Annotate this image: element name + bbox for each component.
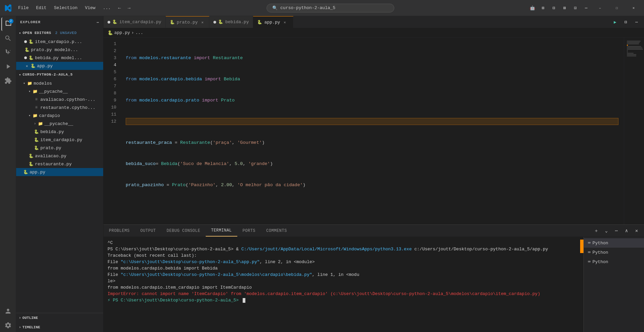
sidebar-icon[interactable]: ⊡ (571, 3, 580, 13)
tab-bebida[interactable]: 🐍 bebida.py (209, 16, 253, 28)
panel-tab-comments[interactable]: COMMENTS (261, 225, 292, 237)
nav-back[interactable]: ← (115, 4, 123, 12)
main-layout: 2 EXPLORER ⋯ ▾ OPEN ED (0, 16, 644, 332)
split-terminal-button[interactable]: ⌄ (602, 226, 611, 236)
code-content[interactable]: from modelos.restaurante import Restaura… (120, 38, 624, 224)
chevron-down-icon: ▾ (22, 81, 27, 86)
unsaved-indicator (108, 21, 110, 24)
menu-edit[interactable]: Edit (33, 4, 50, 12)
tab-item-cardapio[interactable]: 🐍 item_cardapio.py (104, 16, 166, 28)
open-editor-item-cardapio[interactable]: 🐍 item_cardapio.p... (16, 38, 103, 46)
open-editors-header[interactable]: ▾ OPEN EDITORS 2 unsaved (16, 28, 103, 38)
more-panel-button[interactable]: ⋯ (612, 226, 621, 236)
sidebar: EXPLORER ⋯ ▾ OPEN EDITORS 2 unsaved 🐍 it… (16, 16, 104, 332)
panel-tab-ports[interactable]: PORTS (237, 225, 261, 237)
tab-close-button[interactable]: ✕ (282, 19, 287, 25)
unsaved-dot (24, 40, 27, 43)
tab-app[interactable]: 🐍 app.py ✕ (253, 16, 293, 28)
open-editor-label: item_cardapio.p... (35, 39, 82, 44)
activity-source-control[interactable] (1, 46, 15, 59)
file-avaliacao-cpython[interactable]: ≡ avaliacao.cpython-... (16, 95, 103, 103)
py-file-icon: 🐍 (30, 63, 36, 69)
project-header[interactable]: ▾ CURSO-PYTHON-2-AULA_5 (16, 70, 103, 79)
code-line-5: restaurante_praca = Restaurante('praça',… (126, 139, 618, 146)
py-file-icon: 🐍 (28, 161, 34, 167)
tab-close-button[interactable]: ✕ (200, 19, 205, 25)
copilot-icon[interactable]: 🤖 (528, 3, 537, 13)
menu-file[interactable]: File (15, 4, 32, 12)
add-terminal-button[interactable]: ＋ (592, 226, 601, 236)
terminal-instance-2[interactable]: ⌨ Python (584, 248, 644, 257)
activity-explorer[interactable]: 2 (1, 17, 15, 31)
menu-selection[interactable]: Selection (50, 4, 81, 12)
scrollbar-thumb[interactable] (580, 240, 583, 253)
activity-account[interactable] (1, 304, 15, 318)
py-file-icon: 🐍 (23, 169, 28, 175)
file-app[interactable]: 🐍 app.py (16, 168, 103, 176)
open-editor-label: app.py (37, 64, 53, 69)
panel-tab-terminal[interactable]: TERMINAL (206, 225, 237, 237)
py-file-icon: 🐍 (24, 47, 30, 52)
breadcrumb-rest[interactable]: ... (135, 30, 143, 35)
term-line-prompt: ⚡ PS C:\Users\joutt\Desktop\curso-python… (108, 297, 579, 303)
file-restaurante-cpython[interactable]: ≡ restaurante.cpytho... (16, 103, 103, 112)
folder-pycache-cardapio[interactable]: › 📁 __pycache__ (16, 120, 103, 128)
open-editor-bebida[interactable]: 🐍 bebida.py model... (16, 54, 103, 62)
sidebar-more[interactable]: ⋯ (96, 20, 99, 25)
file-icon: ≡ (34, 105, 39, 110)
code-editor[interactable]: 1 2 3 4 5 6 7 8 9 10 11 12 from modelos.… (104, 38, 644, 224)
code-line-8 (126, 203, 618, 210)
line-number-11: 11 (104, 111, 116, 118)
file-avaliacao[interactable]: 🐍 avaliacao.py (16, 152, 103, 160)
activity-extensions[interactable] (1, 74, 15, 87)
run-button[interactable]: ▶ (610, 17, 620, 27)
file-bebida[interactable]: 🐍 bebida.py (16, 128, 103, 136)
menu-more[interactable]: ... (99, 4, 114, 12)
menu-view[interactable]: View (82, 4, 99, 12)
split-editor-button[interactable]: ⊟ (621, 17, 631, 27)
timeline-section[interactable]: › TIMELINE (16, 323, 103, 332)
file-icon: ≡ (34, 97, 39, 102)
search-box[interactable]: 🔍 curso-python-2-aula_5 (267, 4, 394, 12)
code-line-4 (126, 118, 618, 125)
folder-modelos[interactable]: ▾ 📁 modelos (16, 79, 103, 87)
open-editors-label: OPEN EDITORS (23, 31, 51, 35)
tab-label: app.py (264, 20, 280, 25)
panel-tab-problems[interactable]: PROBLEMS (104, 225, 135, 237)
activity-run[interactable] (1, 60, 15, 73)
panel-close-button[interactable]: ✕ (632, 226, 641, 236)
panel-tab-debug-console[interactable]: DEBUG CONSOLE (161, 225, 206, 237)
folder-cardapio[interactable]: ▾ 📁 cardapio (16, 112, 103, 120)
tab-prato[interactable]: 🐍 prato.py ✕ (166, 16, 209, 28)
outline-section[interactable]: › OUTLINE (16, 313, 103, 323)
folder-pycache-modelos[interactable]: ▾ 📁 __pycache__ (16, 87, 103, 95)
close-icon[interactable]: ✕ (24, 63, 30, 69)
close-button[interactable]: ✕ (626, 3, 641, 13)
file-item-cardapio[interactable]: 🐍 item_cardapio.py (16, 136, 103, 144)
more-icon[interactable]: ⋯ (581, 3, 591, 13)
scrollbar-track[interactable] (580, 237, 583, 332)
term-line-traceback: Traceback (most recent call last): (108, 252, 579, 259)
sidebar-header: EXPLORER ⋯ (16, 16, 103, 28)
open-editor-app[interactable]: ✕ 🐍 app.py (16, 62, 103, 70)
file-prato[interactable]: 🐍 prato.py (16, 144, 103, 152)
activity-settings[interactable] (1, 319, 15, 332)
panel-tab-output[interactable]: OUTPUT (135, 225, 161, 237)
terminal-instance-3[interactable]: ⌨ Python (584, 257, 644, 266)
minimize-button[interactable]: – (592, 3, 608, 13)
layout-icon[interactable]: ⊞ (538, 3, 548, 13)
open-editor-prato[interactable]: 🐍 prato.py modelo... (16, 46, 103, 54)
maximize-button[interactable]: ☐ (609, 3, 625, 13)
file-restaurante[interactable]: 🐍 restaurante.py (16, 160, 103, 168)
more-actions-button[interactable]: ⋯ (632, 17, 641, 27)
breadcrumb-file[interactable]: app.py (114, 30, 130, 35)
terminal-content[interactable]: ^C PS C:\Users\joutt\Desktop\curso-pytho… (104, 237, 583, 332)
nav-forward[interactable]: → (125, 4, 133, 12)
activity-search[interactable] (1, 32, 15, 45)
file-label: avaliacao.cpython-... (40, 97, 95, 102)
split-icon[interactable]: ⊟ (549, 3, 559, 13)
panel-up-button[interactable]: ∧ (622, 226, 631, 236)
terminal-instance-1[interactable]: ⌨ Python (584, 238, 644, 248)
panel-icon[interactable]: ⊠ (560, 3, 569, 13)
line-number-9: 9 (104, 97, 116, 104)
